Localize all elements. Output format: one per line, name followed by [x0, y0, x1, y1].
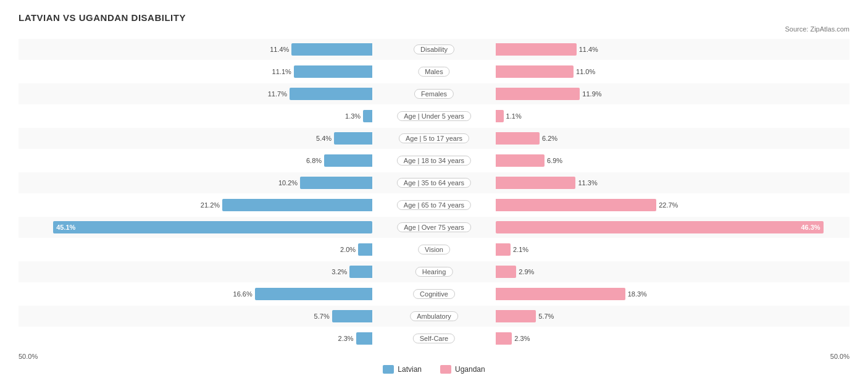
left-bar [356, 332, 372, 345]
right-value: 1.1% [506, 112, 528, 120]
bar-area: 45.1% Age | Over 75 years 46.3% [19, 217, 849, 238]
right-bar [496, 332, 512, 345]
left-section: 6.8% [19, 150, 434, 171]
bar-area: 6.8% Age | 18 to 34 years 6.9% [19, 150, 849, 171]
left-bar-wrapper: 11.7% [19, 88, 434, 100]
right-section: 11.0% [434, 61, 849, 82]
left-bar [349, 266, 372, 278]
right-value: 18.3% [628, 290, 649, 298]
right-bar [496, 266, 516, 278]
left-value: 10.2% [276, 179, 298, 187]
left-bar-wrapper: 5.7% [19, 310, 434, 322]
left-value: 1.3% [339, 112, 361, 120]
right-value: 11.4% [579, 46, 601, 53]
right-section: 11.4% [434, 39, 849, 60]
left-value: 11.7% [265, 90, 287, 98]
left-section: 1.3% [19, 106, 434, 127]
left-section: 5.4% [19, 128, 434, 149]
center-label: Age | Over 75 years [397, 222, 471, 232]
chart-row: 6.8% Age | 18 to 34 years 6.9% [19, 150, 849, 171]
center-label: Age | Under 5 years [397, 111, 471, 121]
center-label: Females [414, 89, 454, 99]
bar-area: 2.0% Vision 2.1% [19, 239, 849, 260]
right-bar [496, 199, 656, 211]
right-bar-wrapper: 2.3% [434, 332, 849, 345]
left-bar-wrapper: 11.1% [19, 65, 434, 78]
left-bar-wrapper: 3.2% [19, 266, 434, 278]
right-value: 2.1% [513, 246, 535, 253]
right-section: 22.7% [434, 195, 849, 216]
left-section: 21.2% [19, 195, 434, 216]
center-label: Age | 5 to 17 years [399, 133, 469, 143]
chart-row: 16.6% Cognitive 18.3% [19, 284, 849, 304]
right-value: 22.7% [659, 201, 680, 209]
left-value: 2.0% [334, 246, 356, 253]
right-bar [496, 243, 511, 256]
right-section: 6.2% [434, 128, 849, 149]
right-section: 6.9% [434, 150, 849, 171]
left-value: 11.1% [270, 68, 291, 75]
chart-row: 10.2% Age | 35 to 64 years 11.3% [19, 172, 849, 193]
center-label: Age | 18 to 34 years [397, 156, 471, 166]
left-bar [222, 199, 372, 211]
left-bar [300, 177, 372, 189]
left-section: 16.6% [19, 284, 434, 304]
left-bar-wrapper: 21.2% [19, 199, 434, 211]
chart-row: 5.7% Ambulatory 5.7% [19, 306, 849, 327]
left-inside-value: 45.1% [56, 224, 75, 231]
right-section: 18.3% [434, 284, 849, 304]
left-section: 2.0% [19, 239, 434, 260]
bar-area: 5.4% Age | 5 to 17 years 6.2% [19, 128, 849, 149]
left-bar [294, 65, 372, 78]
right-bar-wrapper: 18.3% [434, 288, 849, 300]
chart-row: 5.4% Age | 5 to 17 years 6.2% [19, 128, 849, 149]
left-section: 2.3% [19, 328, 434, 349]
right-section: 2.1% [434, 239, 849, 260]
axis-left: 50.0% [19, 353, 434, 360]
legend-ugandan: Ugandan [440, 365, 485, 374]
right-bar [496, 43, 577, 56]
right-bar-wrapper: 11.4% [434, 43, 849, 56]
right-value: 6.9% [547, 157, 569, 164]
left-bar [255, 288, 372, 300]
bar-area: 10.2% Age | 35 to 64 years 11.3% [19, 172, 849, 193]
bar-area: 11.1% Males 11.0% [19, 61, 849, 82]
right-value: 6.2% [542, 135, 564, 142]
bar-area: 2.3% Self-Care 2.3% [19, 328, 849, 349]
center-label: Disability [414, 44, 454, 54]
left-section: 11.1% [19, 61, 434, 82]
right-bar-wrapper: 6.9% [434, 154, 849, 167]
left-value: 21.2% [198, 201, 220, 209]
left-bar-wrapper: 1.3% [19, 110, 434, 122]
center-label: Vision [418, 245, 450, 254]
left-value: 3.2% [325, 268, 347, 275]
axis-right: 50.0% [434, 353, 849, 360]
center-label: Self-Care [413, 334, 455, 343]
chart-row: 3.2% Hearing 2.9% [19, 261, 849, 282]
left-bar: 45.1% [53, 221, 372, 233]
right-bar: 46.3% [496, 221, 824, 233]
center-label: Males [418, 67, 449, 77]
left-bar [324, 154, 372, 167]
right-section: 46.3% [434, 217, 849, 238]
center-label: Ambulatory [410, 311, 458, 321]
right-bar-wrapper: 2.1% [434, 243, 849, 256]
right-section: 5.7% [434, 306, 849, 327]
chart-row: 2.3% Self-Care 2.3% [19, 328, 849, 349]
right-bar [496, 88, 580, 100]
left-value: 5.4% [310, 135, 332, 142]
right-value: 11.0% [576, 68, 598, 75]
right-section: 11.3% [434, 172, 849, 193]
left-bar-wrapper: 2.3% [19, 332, 434, 345]
bar-area: 11.4% Disability 11.4% [19, 39, 849, 60]
left-bar-wrapper: 16.6% [19, 288, 434, 300]
right-value: 11.3% [578, 179, 599, 187]
left-bar-wrapper: 45.1% [19, 221, 434, 233]
right-bar [496, 65, 574, 78]
left-bar [358, 243, 372, 256]
right-bar [496, 310, 536, 322]
bar-area: 5.7% Ambulatory 5.7% [19, 306, 849, 327]
left-bar-wrapper: 2.0% [19, 243, 434, 256]
page-title: LATVIAN VS UGANDAN DISABILITY [19, 12, 849, 23]
right-bar-wrapper: 46.3% [434, 221, 849, 233]
